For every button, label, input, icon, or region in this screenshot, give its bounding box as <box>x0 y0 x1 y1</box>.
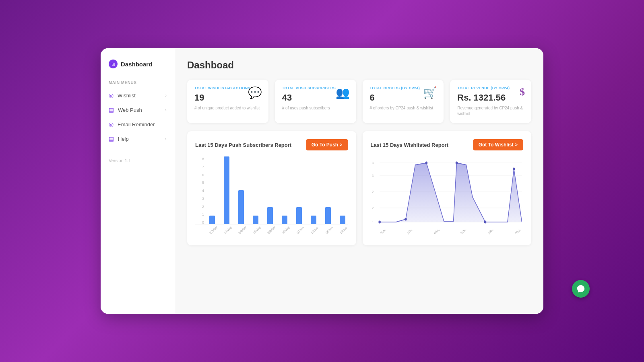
data-point-09mar <box>378 221 381 224</box>
sidebar: ⊞ Dashboard MAIN MENUS ◎ Wishlist › ▤ We… <box>101 48 175 314</box>
users-icon: 👥 <box>336 86 350 99</box>
stat-card-revenue: TOTAL REVENUE (BY CP24) Rs. 1321.56 Reve… <box>450 80 531 123</box>
y-label-1: 1 <box>195 212 204 216</box>
y-label-7: 7 <box>195 165 204 169</box>
bar-group-22may <box>206 216 218 224</box>
y-label-3: 3 <box>195 197 204 201</box>
sidebar-section-label: MAIN MENUS <box>101 76 175 88</box>
sidebar-brand-label: Dashboard <box>121 61 152 68</box>
dashboard-icon: ⊞ <box>109 60 118 68</box>
sidebar-version: Version 1.1 <box>101 150 175 171</box>
x-label-30may: 30May <box>279 226 290 237</box>
sidebar-item-help[interactable]: ▤ Help › <box>101 132 175 146</box>
bar-group-24may-1 <box>221 156 232 224</box>
stat-desc-wishlist: # of unique product added to wishlist <box>194 105 261 111</box>
chat-float-button[interactable] <box>572 280 590 298</box>
sidebar-item-wishlist[interactable]: ◎ Wishlist › <box>101 88 175 103</box>
stat-cards-row: TOTAL WISHLISTAD ACTIONS 19 # of unique … <box>187 80 531 123</box>
y-label-8: 8 <box>195 157 204 161</box>
sidebar-item-email-reminder-label: Email Reminder <box>118 121 155 128</box>
wishlisted-chart-card: Last 15 Days Wishlisted Report Got To Wi… <box>363 131 532 245</box>
wishlist-chart-title: Last 15 Days Wishlisted Report <box>371 142 449 148</box>
x-label-01jun: 01Jun <box>293 226 305 237</box>
main-content: Dashboad TOTAL WISHLISTAD ACTIONS 19 # o… <box>175 48 543 314</box>
x-label-09mar: 09Mar <box>380 230 389 241</box>
svg-text:1: 1 <box>372 220 374 224</box>
svg-text:3: 3 <box>372 174 374 178</box>
stat-desc-orders: # of orders by CP24 push & wishlist <box>370 105 437 111</box>
y-label-0: 0 <box>195 220 204 224</box>
dollar-icon: $ <box>520 86 525 98</box>
stat-value-revenue: Rs. 1321.56 <box>457 93 524 103</box>
charts-row: Last 15 Days Push Subscribers Report Go … <box>187 131 531 245</box>
page-title: Dashboad <box>187 60 531 71</box>
stat-card-orders: TOTAL ORDERS (BY CP24) 6 # of orders by … <box>363 80 444 123</box>
bar-28may <box>267 207 273 224</box>
help-icon: ▤ <box>109 136 114 142</box>
sidebar-brand: ⊞ Dashboard <box>101 56 175 76</box>
bar-group-05jun <box>322 207 334 224</box>
bar-group-09jun <box>337 216 348 224</box>
bar-05jun <box>325 207 331 224</box>
chevron-right-icon-3: › <box>165 136 167 141</box>
stat-card-wishlist-actions: TOTAL WISHLISTAD ACTIONS 19 # of unique … <box>187 80 268 123</box>
bar-chart-x-labels: 22May 24May 24May 26May <box>195 226 348 237</box>
chevron-right-icon-2: › <box>165 107 167 112</box>
x-label-27mar: 27Mar <box>406 230 415 241</box>
data-point-04apr <box>425 162 427 165</box>
area-chart-x-labels: 09Mar 27Mar 04Apr 02May 26May <box>371 230 524 241</box>
data-point-26may <box>484 221 486 224</box>
y-label-5: 5 <box>195 181 204 185</box>
bar-group-03jun <box>308 216 319 224</box>
bar-chart: 8 7 6 5 4 3 2 1 0 <box>195 157 348 237</box>
data-point-27mar <box>405 218 407 221</box>
bar-group-30may <box>279 216 290 224</box>
x-label-04apr: 04Apr <box>433 230 442 241</box>
wishlist-chart-header: Last 15 Days Wishlisted Report Got To Wi… <box>371 139 524 150</box>
sidebar-item-web-push-label: Web Push <box>118 107 142 113</box>
bar-09jun <box>340 216 345 224</box>
stat-desc-push: # of uses push subscribers <box>282 105 349 111</box>
go-to-push-button[interactable]: Go To Push > <box>306 139 348 150</box>
bar-01jun <box>296 207 302 224</box>
bar-30may <box>282 216 287 224</box>
x-label-02may: 02May <box>460 230 469 241</box>
area-chart: 3 3 2 2 1 <box>371 157 524 237</box>
bar-group-01jun <box>293 207 305 224</box>
x-label-24may-2: 24May <box>235 226 247 237</box>
area-chart-svg: 3 3 2 2 1 <box>371 157 524 227</box>
svg-text:3: 3 <box>372 161 374 165</box>
x-label-24may-1: 24May <box>221 226 232 237</box>
bar-group-26may <box>250 216 261 224</box>
bar-chart-inner <box>195 157 348 224</box>
y-label-6: 6 <box>195 173 204 177</box>
wishlist-icon: ◎ <box>109 92 114 99</box>
sidebar-item-help-label: Help <box>118 136 129 142</box>
x-label-26may: 26May <box>250 226 261 237</box>
bar-group-28may <box>264 207 276 224</box>
bar-24may-2 <box>238 190 244 224</box>
bar-03jun <box>311 216 316 224</box>
sidebar-item-email-reminder[interactable]: ◎ Email Reminder <box>101 117 175 132</box>
push-subscribers-chart-card: Last 15 Days Push Subscribers Report Go … <box>187 131 356 245</box>
data-point-02may <box>455 162 458 165</box>
cart-icon: 🛒 <box>423 86 437 99</box>
email-reminder-icon: ◎ <box>109 121 114 128</box>
chat-bubble-icon: 💬 <box>248 86 262 99</box>
x-label-22may: 22May <box>206 226 218 237</box>
bar-22may <box>209 216 215 224</box>
go-to-wishlist-button[interactable]: Got To Wishlist > <box>473 139 523 150</box>
web-push-icon: ▤ <box>109 107 114 113</box>
stat-card-push-subscribers: TOTAL PUSH SUBSCRIBERS 43 # of uses push… <box>275 80 356 123</box>
sidebar-item-web-push[interactable]: ▤ Web Push › <box>101 103 175 117</box>
x-label-28may: 28May <box>264 226 276 237</box>
x-label-26may: 26May <box>487 230 497 241</box>
x-label-01jun-area: 01Jun <box>514 230 523 241</box>
push-chart-header: Last 15 Days Push Subscribers Report Go … <box>195 139 348 150</box>
sidebar-item-wishlist-label: Wishlist <box>118 93 136 99</box>
bar-group-24may-2 <box>235 190 247 224</box>
data-point-01jun <box>513 168 515 171</box>
stat-desc-revenue: Revenue generated by CP24 push & wishlis… <box>457 105 524 117</box>
x-label-03jun: 03Jun <box>308 226 319 237</box>
y-label-4: 4 <box>195 189 204 193</box>
